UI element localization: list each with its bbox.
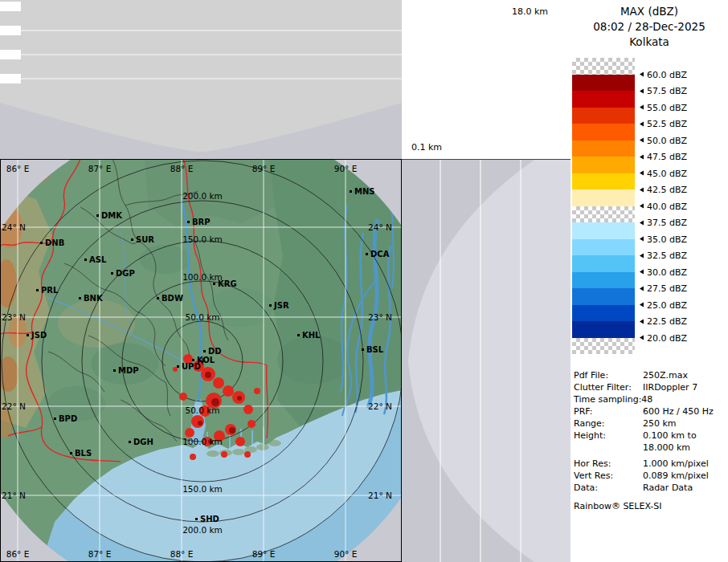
info-label: PRF: xyxy=(574,405,643,417)
corner-axis-panel: 18.0 km 0.1 km xyxy=(402,0,571,159)
info-row: PRF:600 Hz / 450 Hz xyxy=(574,405,714,417)
legend-value-label: 32.5 dBZ xyxy=(640,250,687,261)
info-row: Time sampling:48 xyxy=(574,393,714,405)
legend-value-label: 27.5 dBZ xyxy=(640,283,687,294)
info-row: Clutter Filter:IIRDoppler 7 xyxy=(574,381,714,393)
legend-value-label: 40.0 dBZ xyxy=(640,201,687,211)
map-canvas xyxy=(0,159,402,562)
info-value: IIRDoppler 7 xyxy=(643,381,697,393)
legend-value-label: 47.5 dBZ xyxy=(640,152,687,162)
legend-value-label: 57.5 dBZ xyxy=(640,86,687,96)
top-cross-section-graphic xyxy=(0,0,402,159)
info-value: 1.000 km/pixel xyxy=(643,458,709,470)
legend-value-label: 20.0 dBZ xyxy=(640,332,687,343)
info-label: Data: xyxy=(574,482,643,494)
info-label: Range: xyxy=(574,417,643,430)
info-value: 0.100 km to xyxy=(643,430,697,442)
legend-value-label: 52.5 dBZ xyxy=(640,119,687,129)
info-row: Range:250 km xyxy=(574,417,714,430)
info-row: Hor Res:1.000 km/pixel xyxy=(574,458,714,470)
info-label: Hor Res: xyxy=(574,458,643,470)
info-rows: Pdf File:250Z.maxClutter Filter:IIRDoppl… xyxy=(574,369,714,494)
info-row: Pdf File:250Z.max xyxy=(574,369,714,381)
legend-value-label: 37.5 dBZ xyxy=(640,218,687,228)
info-label: Height: xyxy=(574,430,643,442)
legend-value-label: 22.5 dBZ xyxy=(640,316,687,327)
legend-value-label: 45.0 dBZ xyxy=(640,168,687,178)
side-cross-section-graphic xyxy=(402,160,571,562)
max-height-label: 18.0 km xyxy=(512,6,548,17)
info-value: 0.089 km/pixel xyxy=(643,470,709,482)
info-row: Data:Radar Data xyxy=(574,482,714,494)
info-row: 18.000 km xyxy=(574,442,714,454)
info-row: Height:0.100 km to xyxy=(574,430,714,442)
legend-value-label: 30.0 dBZ xyxy=(640,267,687,277)
legend-value-label: 50.0 dBZ xyxy=(640,135,687,145)
brand-label: Rainbow® SELEX-SI xyxy=(574,501,662,511)
info-label: Pdf File: xyxy=(574,369,643,381)
legend-value-label: 25.0 dBZ xyxy=(640,299,687,310)
info-label: Time sampling:48 xyxy=(574,393,643,405)
info-value: 250Z.max xyxy=(643,369,688,381)
info-value: Radar Data xyxy=(643,482,693,494)
info-value: 18.000 km xyxy=(643,442,690,454)
info-label: Vert Res: xyxy=(574,470,643,482)
info-value: 600 Hz / 450 Hz xyxy=(643,405,714,417)
info-label: Clutter Filter: xyxy=(574,381,643,393)
legend-panel: MAX (dBZ) 08:02 / 28-Dec-2025 Kolkata 60… xyxy=(571,0,728,562)
side-cross-section-panel xyxy=(402,159,571,562)
legend-value-label: 35.0 dBZ xyxy=(640,234,687,244)
legend-value-label: 55.0 dBZ xyxy=(640,102,687,112)
info-value: 250 km xyxy=(643,417,677,430)
info-label xyxy=(574,442,643,454)
radar-display-window: 18.0 km 0.1 km xyxy=(0,0,728,562)
min-height-label: 0.1 km xyxy=(411,142,442,153)
map-panel: 200.0 km150.0 km100.0 km50.0 km50.0 km10… xyxy=(0,159,402,562)
legend-value-label: 42.5 dBZ xyxy=(640,185,687,195)
legend-value-label: 60.0 dBZ xyxy=(640,69,687,79)
info-row: Vert Res:0.089 km/pixel xyxy=(574,470,714,482)
top-cross-section-panel xyxy=(0,0,402,159)
